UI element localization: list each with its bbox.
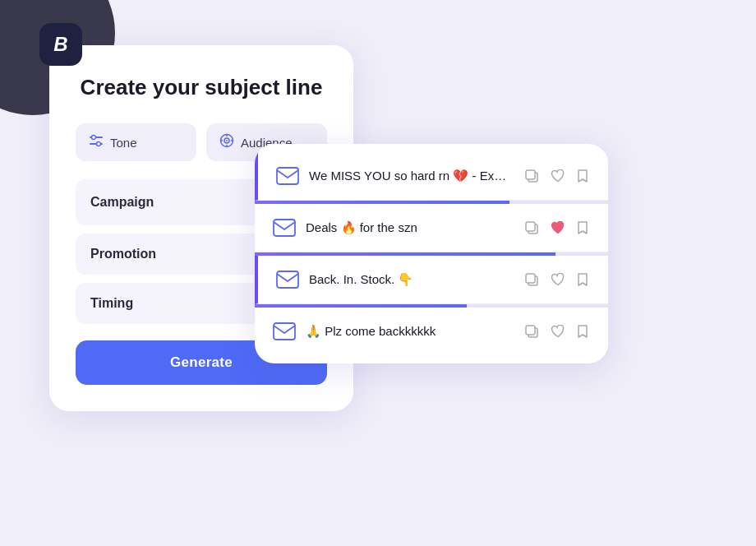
mail-icon xyxy=(273,322,296,340)
bookmark-button[interactable] xyxy=(575,167,590,185)
result-item: Deals 🔥 for the szn xyxy=(255,204,608,252)
result-actions xyxy=(523,322,590,340)
heart-icon xyxy=(551,273,565,286)
svg-rect-20 xyxy=(274,323,295,340)
heart-filled-icon xyxy=(551,221,565,234)
result-actions xyxy=(523,167,590,185)
copy-button[interactable] xyxy=(523,167,541,185)
copy-icon xyxy=(524,272,539,287)
like-button[interactable] xyxy=(549,271,567,288)
promotion-label: Promotion xyxy=(90,247,156,261)
copy-button[interactable] xyxy=(523,322,541,340)
svg-point-6 xyxy=(226,140,228,141)
svg-rect-13 xyxy=(526,170,535,179)
copy-icon xyxy=(524,169,539,183)
result-text: Deals 🔥 for the szn xyxy=(306,220,513,235)
tone-button[interactable]: Tone xyxy=(76,123,196,161)
logo-letter: B xyxy=(53,33,67,56)
result-text: Back. In. Stock. 👇 xyxy=(309,272,513,287)
result-actions xyxy=(523,219,590,237)
result-text: 🙏 Plz come backkkkkk xyxy=(306,324,513,339)
bookmark-icon xyxy=(577,220,588,235)
result-item: We MISS YOU so hard rn 💔 - Expa... xyxy=(255,152,608,201)
mail-icon xyxy=(276,271,299,289)
results-card: We MISS YOU so hard rn 💔 - Expa... xyxy=(255,144,608,363)
like-button[interactable] xyxy=(549,168,567,184)
svg-rect-16 xyxy=(526,222,535,231)
bookmark-icon xyxy=(577,324,588,339)
copy-button[interactable] xyxy=(523,271,541,289)
svg-rect-19 xyxy=(526,274,535,283)
bookmark-icon xyxy=(577,272,588,287)
mail-icon xyxy=(276,167,299,185)
svg-point-1 xyxy=(92,136,96,140)
result-text: We MISS YOU so hard rn 💔 - Expa... xyxy=(309,169,513,183)
campaign-label: Campaign xyxy=(90,195,154,210)
bookmark-button[interactable] xyxy=(575,322,590,340)
copy-button[interactable] xyxy=(523,219,541,237)
svg-rect-17 xyxy=(277,271,298,288)
like-button[interactable] xyxy=(549,323,567,340)
tone-label: Tone xyxy=(110,136,137,150)
bookmark-button[interactable] xyxy=(575,271,590,289)
svg-rect-22 xyxy=(526,326,535,335)
app-logo: B xyxy=(39,23,82,66)
svg-point-3 xyxy=(97,142,101,146)
mail-icon xyxy=(273,219,296,237)
copy-icon xyxy=(524,220,539,235)
svg-rect-11 xyxy=(277,168,298,184)
result-actions xyxy=(523,271,590,289)
bookmark-button[interactable] xyxy=(575,219,590,237)
bookmark-icon xyxy=(577,169,588,183)
like-button-active[interactable] xyxy=(549,220,567,236)
result-item: Back. In. Stock. 👇 xyxy=(255,256,608,304)
heart-icon xyxy=(551,169,565,183)
sliders-icon xyxy=(89,134,104,150)
page-title: Create your subject line xyxy=(76,75,327,100)
svg-rect-14 xyxy=(274,220,295,236)
audience-icon xyxy=(219,133,234,151)
heart-icon xyxy=(551,325,565,338)
copy-icon xyxy=(524,324,539,339)
timing-label: Timing xyxy=(90,296,133,311)
result-item: 🙏 Plz come backkkkkk xyxy=(255,308,608,355)
